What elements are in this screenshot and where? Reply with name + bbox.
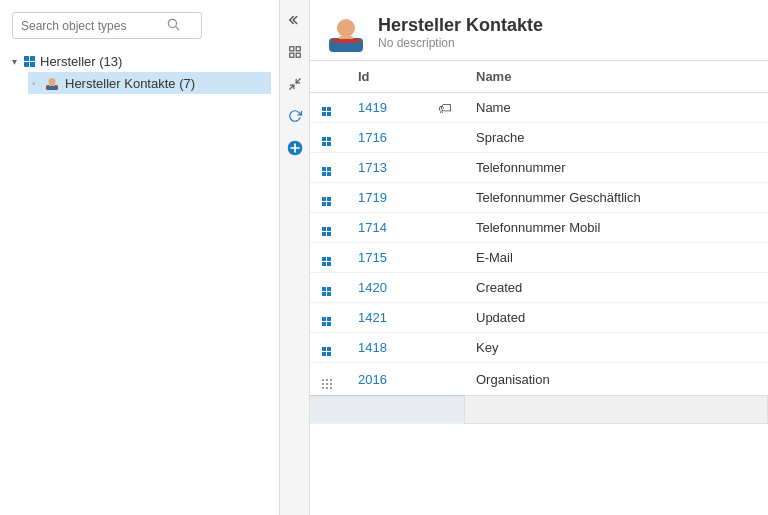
row-tag-cell <box>426 153 464 183</box>
table-row[interactable]: 1715E-Mail <box>310 243 768 273</box>
page-subtitle: No description <box>378 36 543 50</box>
id-link[interactable]: 1715 <box>358 250 387 265</box>
svg-rect-5 <box>48 86 57 90</box>
svg-rect-19 <box>332 39 360 43</box>
add-button[interactable] <box>283 136 307 160</box>
row-name-cell: Telefonnummer Geschäftlich <box>464 183 768 213</box>
svg-line-1 <box>176 27 179 30</box>
svg-point-16 <box>337 19 355 37</box>
id-link[interactable]: 1716 <box>358 130 387 145</box>
th-name: Name <box>464 61 768 93</box>
expand-icon: ▾ <box>12 56 22 67</box>
row-id-cell[interactable]: 2016 <box>346 363 426 396</box>
row-tag-cell <box>426 213 464 243</box>
tag-icon: 🏷 <box>438 100 452 116</box>
content-table-wrapper: Id Name 1419🏷Name1716Sprache1713Telefonn… <box>310 61 768 515</box>
svg-rect-9 <box>296 53 300 57</box>
th-tag <box>426 61 464 93</box>
row-id-cell[interactable]: 1421 <box>346 303 426 333</box>
header-avatar <box>326 12 366 52</box>
svg-rect-7 <box>296 47 300 51</box>
row-name-cell: Sprache <box>464 123 768 153</box>
main-container: ▾ Hersteller (13) • <box>0 0 768 515</box>
footer-cell-4 <box>464 396 768 424</box>
refresh-button[interactable] <box>283 104 307 128</box>
row-name-cell: Name <box>464 93 768 123</box>
row-tag-cell <box>426 183 464 213</box>
footer-cell-3 <box>426 396 464 424</box>
row-tag-cell <box>426 363 464 396</box>
row-grid-icon <box>322 197 331 206</box>
row-icon-cell <box>310 183 346 213</box>
row-tag-cell <box>426 123 464 153</box>
row-tag-cell <box>426 303 464 333</box>
dotted-row-icon <box>322 379 334 389</box>
row-icon-cell <box>310 213 346 243</box>
row-name-cell: Updated <box>464 303 768 333</box>
table-row[interactable]: 1713Telefonnummer <box>310 153 768 183</box>
grid-icon <box>24 56 35 67</box>
content-area: Hersteller Kontakte No description Id Na… <box>310 0 768 515</box>
row-id-cell[interactable]: 1713 <box>346 153 426 183</box>
table-row[interactable]: 1421Updated <box>310 303 768 333</box>
row-grid-icon <box>322 227 331 236</box>
row-id-cell[interactable]: 1419 <box>346 93 426 123</box>
id-link[interactable]: 1714 <box>358 220 387 235</box>
row-id-cell[interactable]: 1715 <box>346 243 426 273</box>
row-grid-icon <box>322 167 331 176</box>
svg-point-3 <box>49 78 56 85</box>
id-link[interactable]: 1421 <box>358 310 387 325</box>
id-link[interactable]: 2016 <box>358 372 387 387</box>
table-footer-row <box>310 396 768 424</box>
id-link[interactable]: 1713 <box>358 160 387 175</box>
row-icon-cell <box>310 273 346 303</box>
footer-cell-1 <box>310 396 346 424</box>
schema-button[interactable] <box>283 40 307 64</box>
id-link[interactable]: 1418 <box>358 340 387 355</box>
tree-item-hersteller-kontakte[interactable]: • Hersteller Kontakte (7) <box>28 72 271 94</box>
table-row[interactable]: 1420Created <box>310 273 768 303</box>
row-tag-cell: 🏷 <box>426 93 464 123</box>
row-id-cell[interactable]: 1418 <box>346 333 426 363</box>
row-icon-cell <box>310 93 346 123</box>
search-input[interactable] <box>21 19 166 33</box>
row-icon-cell <box>310 363 346 396</box>
row-id-cell[interactable]: 1719 <box>346 183 426 213</box>
table-row[interactable]: 2016Organisation <box>310 363 768 396</box>
page-title: Hersteller Kontakte <box>378 15 543 36</box>
svg-rect-8 <box>289 53 293 57</box>
th-icon <box>310 61 346 93</box>
table-header-row: Id Name <box>310 61 768 93</box>
id-link[interactable]: 1420 <box>358 280 387 295</box>
table-row[interactable]: 1714Telefonnummer Mobil <box>310 213 768 243</box>
attributes-table: Id Name 1419🏷Name1716Sprache1713Telefonn… <box>310 61 768 424</box>
row-icon-cell <box>310 153 346 183</box>
table-row[interactable]: 1719Telefonnummer Geschäftlich <box>310 183 768 213</box>
id-link[interactable]: 1419 <box>358 100 387 115</box>
row-grid-icon <box>322 137 331 146</box>
tree-children: • Hersteller Kontakte (7) <box>8 72 271 94</box>
table-row[interactable]: 1716Sprache <box>310 123 768 153</box>
row-name-cell: Telefonnummer Mobil <box>464 213 768 243</box>
row-grid-icon <box>322 317 331 326</box>
row-id-cell[interactable]: 1420 <box>346 273 426 303</box>
person-icon <box>44 75 60 91</box>
table-row[interactable]: 1418Key <box>310 333 768 363</box>
row-name-cell: E-Mail <box>464 243 768 273</box>
row-icon-cell <box>310 243 346 273</box>
search-box[interactable] <box>12 12 202 39</box>
table-row[interactable]: 1419🏷Name <box>310 93 768 123</box>
row-id-cell[interactable]: 1716 <box>346 123 426 153</box>
row-name-cell: Created <box>464 273 768 303</box>
row-grid-icon <box>322 257 331 266</box>
id-link[interactable]: 1719 <box>358 190 387 205</box>
row-tag-cell <box>426 273 464 303</box>
row-grid-icon <box>322 287 331 296</box>
collapse-expand-button[interactable] <box>283 72 307 96</box>
tree-item-hersteller[interactable]: ▾ Hersteller (13) <box>8 51 271 72</box>
row-id-cell[interactable]: 1714 <box>346 213 426 243</box>
vertical-toolbar <box>280 0 310 515</box>
search-container <box>0 12 279 51</box>
collapse-button[interactable] <box>283 8 307 32</box>
row-icon-cell <box>310 123 346 153</box>
